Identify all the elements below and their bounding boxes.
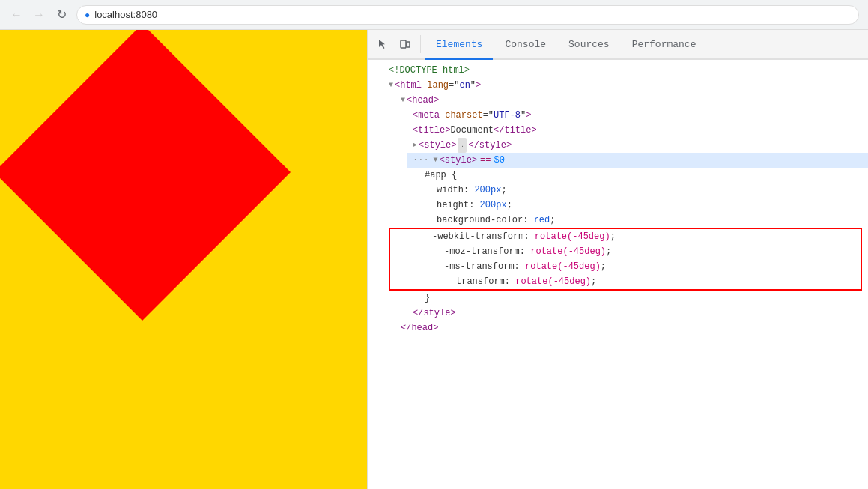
browser-chrome: ← → ↻ ● localhost:8080 xyxy=(0,0,868,30)
height-line: height: 200px ; xyxy=(431,198,868,213)
devtools-content: <!DOCTYPE html> ▼ <html lang =" en " > ▼… xyxy=(368,60,868,489)
bgcolor-line: background-color: red ; xyxy=(431,213,868,228)
webkit-transform-line: -webkit-transform: rotate(-45deg) ; xyxy=(390,229,861,244)
style-close-line: </style> xyxy=(407,306,868,321)
selector-line: #app { xyxy=(419,168,868,183)
transform-box: -webkit-transform: rotate(-45deg) ; -moz… xyxy=(389,228,862,291)
toolbar-divider xyxy=(420,35,421,53)
forward-button[interactable]: → xyxy=(31,7,46,22)
close-brace-line: } xyxy=(419,291,868,306)
svg-rect-1 xyxy=(407,42,410,47)
meta-line: <meta charset =" UTF-8 " > xyxy=(407,108,868,123)
transform-line: transform: rotate(-45deg) ; xyxy=(390,274,861,289)
svg-rect-0 xyxy=(401,40,406,48)
lock-icon: ● xyxy=(85,10,90,20)
address-bar[interactable]: ● localhost:8080 xyxy=(76,5,859,25)
reload-button[interactable]: ↻ xyxy=(54,7,69,22)
device-toggle-button[interactable] xyxy=(395,34,416,55)
tab-sources[interactable]: Sources xyxy=(558,30,620,60)
cursor-tool-button[interactable] xyxy=(372,34,393,55)
html-tag-line: ▼ <html lang =" en " > xyxy=(383,78,868,93)
three-dots-icon[interactable]: ··· xyxy=(413,153,429,168)
width-line: width: 200px ; xyxy=(431,183,868,198)
moz-transform-line: -moz-transform: rotate(-45deg) ; xyxy=(390,244,861,259)
page-content xyxy=(0,30,367,489)
url-text: localhost:8080 xyxy=(94,9,157,20)
head-tag-line: ▼ <head> xyxy=(395,93,868,108)
tab-console[interactable]: Console xyxy=(494,30,556,60)
devtools-panel: Elements Console Sources Performance <!D… xyxy=(367,30,868,489)
main-layout: Elements Console Sources Performance <!D… xyxy=(0,30,868,489)
head-collapse[interactable]: ▼ xyxy=(401,93,405,108)
html-expand[interactable]: ▼ xyxy=(389,78,393,93)
back-button[interactable]: ← xyxy=(9,7,24,22)
code-area: <!DOCTYPE html> ▼ <html lang =" en " > ▼… xyxy=(368,63,868,335)
red-diamond xyxy=(0,30,291,321)
style-collapse[interactable]: ▼ xyxy=(434,153,438,168)
doctype-line: <!DOCTYPE html> xyxy=(383,63,868,78)
head-close-line: </head> xyxy=(395,321,868,335)
tab-elements[interactable]: Elements xyxy=(425,30,493,60)
tab-performance[interactable]: Performance xyxy=(622,30,707,60)
title-line: <title> Document </title> xyxy=(407,123,868,138)
devtools-toolbar: Elements Console Sources Performance xyxy=(368,30,868,60)
style-expand[interactable]: ▶ xyxy=(413,138,417,153)
style-collapsed-line: ▶ <style> … </style> xyxy=(407,138,868,153)
ms-transform-line: -ms-transform: rotate(-45deg) ; xyxy=(390,259,861,274)
style-selected-line: ··· ▼ <style> == $0 xyxy=(407,153,868,168)
